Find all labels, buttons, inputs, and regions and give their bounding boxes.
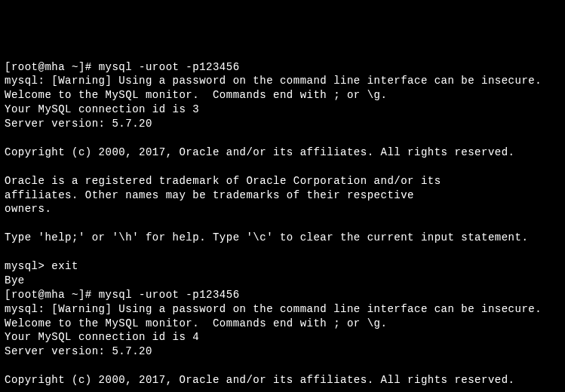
blank-line: [5, 245, 560, 259]
mysql-prompt-line: mysql> exit: [5, 259, 560, 274]
mysql-trademark: affiliates. Other names may be trademark…: [5, 188, 560, 203]
shell-prompt: [root@mha ~]#: [5, 289, 99, 301]
mysql-copyright: Copyright (c) 2000, 2017, Oracle and/or …: [5, 373, 560, 387]
mysql-prompt: mysql>: [5, 260, 51, 272]
blank-line: [5, 216, 560, 231]
mysql-command: exit: [51, 260, 78, 272]
mysql-connection-id: Your MySQL connection id is 4: [5, 330, 560, 345]
mysql-connection-id: Your MySQL connection id is 3: [5, 103, 560, 117]
mysql-welcome: Welcome to the MySQL monitor. Commands e…: [5, 88, 560, 103]
mysql-trademark: owners.: [5, 202, 560, 216]
blank-line: [5, 131, 560, 145]
mysql-server-version: Server version: 5.7.20: [5, 117, 560, 131]
mysql-welcome: Welcome to the MySQL monitor. Commands e…: [5, 317, 560, 331]
mysql-help: Type 'help;' or '\h' for help. Type '\c'…: [5, 231, 560, 245]
mysql-copyright: Copyright (c) 2000, 2017, Oracle and/or …: [5, 145, 560, 160]
terminal-output[interactable]: [root@mha ~]# mysql -uroot -p123456mysql…: [5, 60, 560, 392]
blank-line: [5, 359, 560, 373]
mysql-warning: mysql: [Warning] Using a password on the…: [5, 302, 560, 317]
shell-prompt-line: [root@mha ~]# mysql -uroot -p123456: [5, 60, 560, 75]
blank-line: [5, 160, 560, 174]
shell-prompt-line: [root@mha ~]# mysql -uroot -p123456: [5, 288, 560, 302]
mysql-warning: mysql: [Warning] Using a password on the…: [5, 74, 560, 88]
shell-prompt: [root@mha ~]#: [5, 61, 99, 73]
blank-line: [5, 387, 560, 392]
shell-command: mysql -uroot -p123456: [99, 61, 240, 73]
mysql-bye: Bye: [5, 274, 560, 288]
mysql-server-version: Server version: 5.7.20: [5, 345, 560, 359]
mysql-trademark: Oracle is a registered trademark of Orac…: [5, 174, 560, 188]
shell-command: mysql -uroot -p123456: [99, 289, 240, 301]
